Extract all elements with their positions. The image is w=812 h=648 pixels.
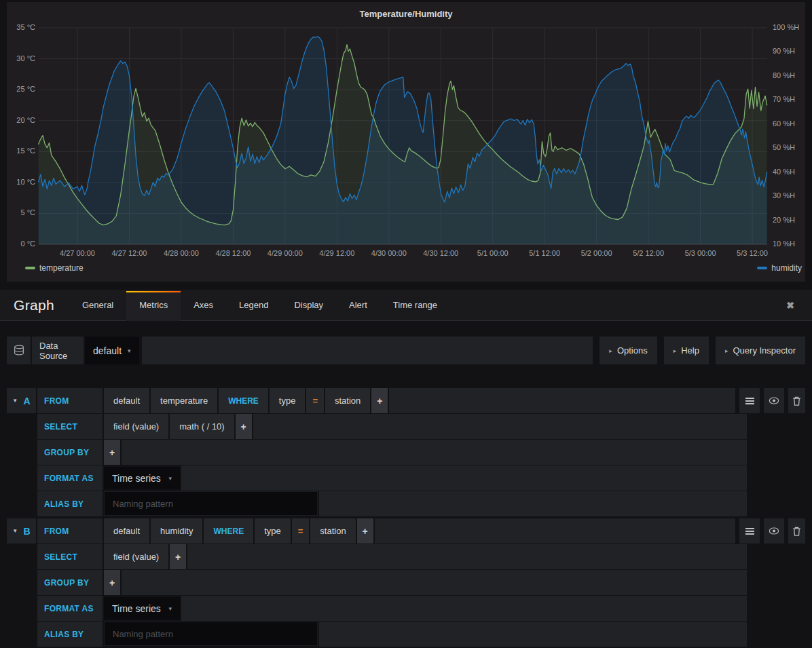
tab-axes[interactable]: Axes bbox=[181, 290, 226, 321]
where-value-part[interactable]: station bbox=[325, 388, 370, 413]
query-toggle-visibility-button[interactable] bbox=[764, 518, 784, 544]
legend-item-temperature[interactable]: temperature bbox=[25, 263, 84, 273]
tab-general[interactable]: General bbox=[69, 290, 126, 321]
caret-down-icon: ▼ bbox=[12, 398, 18, 404]
editor-tabs: GeneralMetricsAxesLegendDisplayAlertTime… bbox=[69, 290, 450, 321]
chevron-down-icon: ▾ bbox=[128, 347, 131, 354]
where-operator-part[interactable]: = bbox=[292, 518, 310, 544]
x-axis-tick: 5/1 00:00 bbox=[467, 249, 519, 257]
tab-display[interactable]: Display bbox=[281, 290, 336, 321]
x-axis-tick: 4/27 12:00 bbox=[103, 249, 155, 257]
legend-label-temperature: temperature bbox=[39, 263, 84, 273]
format-as-label: FORMAT AS bbox=[37, 596, 103, 621]
alias-by-label: ALIAS BY bbox=[37, 491, 103, 516]
query-a-format-row: FORMAT AS Time series ▾ bbox=[7, 465, 805, 491]
options-button[interactable]: ▸ Options bbox=[599, 337, 657, 364]
where-keyword[interactable]: WHERE bbox=[219, 388, 268, 413]
query-inspector-button[interactable]: ▸ Query Inspector bbox=[716, 337, 805, 364]
format-as-select[interactable]: Time series ▾ bbox=[104, 597, 180, 620]
query-delete-button[interactable] bbox=[788, 388, 805, 413]
where-key-part[interactable]: type bbox=[255, 518, 291, 544]
x-axis-tick: 5/2 12:00 bbox=[623, 249, 674, 257]
x-axis-tick: 4/30 00:00 bbox=[363, 249, 415, 257]
query-a-alias-row: ALIAS BY bbox=[7, 491, 805, 516]
y-axis-right-tick: 90 %H bbox=[773, 47, 795, 55]
query-b-format-row: FORMAT AS Time series ▾ bbox=[7, 596, 805, 621]
trash-icon bbox=[792, 527, 801, 536]
time-series-plot bbox=[7, 2, 805, 282]
caret-right-icon: ▸ bbox=[725, 347, 728, 354]
tab-alert[interactable]: Alert bbox=[336, 290, 380, 321]
alias-by-input[interactable] bbox=[104, 491, 318, 516]
query-delete-button[interactable] bbox=[788, 518, 805, 544]
select-math-part[interactable]: math ( / 10) bbox=[170, 414, 234, 439]
from-label: FROM bbox=[37, 518, 103, 544]
alias-by-label: ALIAS BY bbox=[37, 622, 103, 647]
query-b-collapse-toggle[interactable]: ▼ B bbox=[7, 518, 36, 544]
y-axis-left-tick: 5 °C bbox=[7, 208, 35, 216]
panel-type-title: Graph bbox=[14, 290, 54, 321]
eye-icon bbox=[769, 397, 779, 404]
eye-icon bbox=[769, 527, 779, 535]
select-field-part[interactable]: field (value) bbox=[104, 544, 168, 569]
format-as-label: FORMAT AS bbox=[37, 465, 103, 491]
query-a-groupby-row: GROUP BY + bbox=[7, 440, 805, 465]
select-label: SELECT bbox=[37, 544, 103, 569]
y-axis-left-tick: 0 °C bbox=[7, 240, 35, 248]
add-select-button[interactable]: + bbox=[236, 414, 252, 439]
x-axis-tick: 4/28 00:00 bbox=[155, 249, 207, 257]
y-axis-left-tick: 10 °C bbox=[7, 178, 35, 186]
where-operator-part[interactable]: = bbox=[306, 388, 324, 413]
x-axis-tick: 5/1 12:00 bbox=[519, 249, 570, 257]
help-button[interactable]: ▸ Help bbox=[664, 337, 709, 364]
x-axis-tick: 4/29 12:00 bbox=[311, 249, 363, 257]
datasource-select[interactable]: default ▾ bbox=[85, 337, 139, 364]
query-a-collapse-toggle[interactable]: ▼ A bbox=[7, 388, 36, 413]
close-icon[interactable]: ✖ bbox=[786, 290, 794, 321]
query-toggle-visibility-button[interactable] bbox=[764, 388, 784, 413]
trash-icon bbox=[792, 396, 801, 406]
y-axis-right-tick: 40 %H bbox=[773, 168, 795, 176]
from-label: FROM bbox=[37, 388, 103, 413]
caret-right-icon: ▸ bbox=[609, 347, 612, 354]
select-field-part[interactable]: field (value) bbox=[104, 414, 168, 439]
y-axis-right-tick: 50 %H bbox=[773, 143, 795, 151]
legend-item-humidity[interactable]: humidity bbox=[757, 263, 802, 273]
graph-panel: Temperature/Humidity 0 °C5 °C10 °C15 °C2… bbox=[7, 2, 805, 282]
x-axis-tick: 4/28 12:00 bbox=[207, 249, 259, 257]
add-where-button[interactable]: + bbox=[371, 388, 388, 413]
from-datasource-part[interactable]: default bbox=[104, 388, 149, 413]
tab-time-range[interactable]: Time range bbox=[380, 290, 450, 321]
database-icon bbox=[7, 337, 31, 364]
add-where-button[interactable]: + bbox=[357, 518, 373, 544]
alias-by-input[interactable] bbox=[104, 622, 318, 646]
add-group-by-button[interactable]: + bbox=[104, 570, 120, 595]
query-menu-button[interactable] bbox=[739, 518, 760, 544]
query-a-select-row: SELECT field (value) math ( / 10) + bbox=[7, 414, 805, 439]
x-axis-tick: 4/30 12:00 bbox=[415, 249, 466, 257]
add-select-button[interactable]: + bbox=[170, 544, 186, 569]
group-by-label: GROUP BY bbox=[37, 440, 103, 465]
temperature-series-swatch bbox=[25, 267, 35, 269]
query-b-from-row: ▼ B FROM default humidity WHERE type = s… bbox=[7, 518, 805, 544]
x-axis-tick: 4/29 00:00 bbox=[259, 249, 311, 257]
where-key-part[interactable]: type bbox=[270, 388, 306, 413]
y-axis-right-tick: 60 %H bbox=[773, 119, 795, 128]
query-ref-id: B bbox=[24, 526, 31, 537]
y-axis-right-tick: 80 %H bbox=[773, 71, 795, 79]
query-ref-id: A bbox=[24, 396, 31, 406]
x-axis-tick: 5/3 00:00 bbox=[675, 249, 726, 257]
query-menu-button[interactable] bbox=[739, 388, 760, 413]
format-as-select[interactable]: Time series ▾ bbox=[104, 467, 180, 489]
select-label: SELECT bbox=[37, 414, 103, 439]
from-measurement-part[interactable]: humidity bbox=[151, 518, 202, 544]
y-axis-right-tick: 70 %H bbox=[773, 95, 795, 103]
where-value-part[interactable]: station bbox=[310, 518, 355, 544]
add-group-by-button[interactable]: + bbox=[104, 440, 120, 465]
tab-legend[interactable]: Legend bbox=[226, 290, 281, 321]
from-datasource-part[interactable]: default bbox=[104, 518, 149, 544]
where-keyword[interactable]: WHERE bbox=[204, 518, 253, 544]
tab-metrics[interactable]: Metrics bbox=[126, 290, 181, 321]
from-measurement-part[interactable]: temperature bbox=[151, 388, 217, 413]
caret-down-icon: ▼ bbox=[12, 528, 18, 534]
